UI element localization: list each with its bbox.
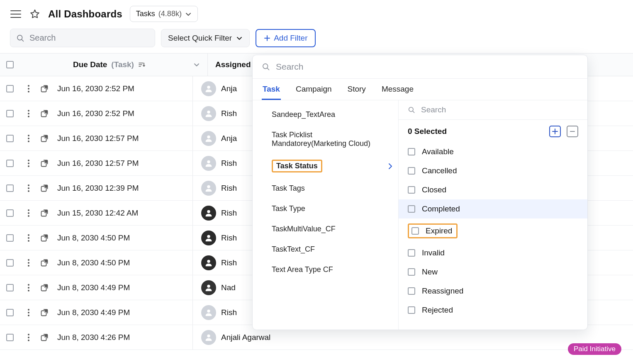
open-task-icon[interactable] bbox=[38, 109, 51, 118]
row-checkbox[interactable] bbox=[6, 110, 14, 117]
svg-point-33 bbox=[28, 240, 29, 242]
filter-option[interactable]: Completed bbox=[399, 199, 587, 218]
row-menu-button[interactable] bbox=[22, 259, 35, 267]
svg-point-53 bbox=[28, 340, 29, 341]
open-task-icon[interactable] bbox=[38, 134, 51, 143]
filter-field-item[interactable]: Task Tags bbox=[253, 178, 398, 199]
open-task-icon[interactable] bbox=[38, 234, 51, 242]
quick-filter-select[interactable]: Select Quick Filter bbox=[161, 29, 250, 47]
row-checkbox-cell bbox=[0, 110, 20, 117]
option-checkbox[interactable] bbox=[408, 249, 415, 257]
open-task-icon[interactable] bbox=[38, 284, 51, 292]
row-checkbox[interactable] bbox=[6, 184, 14, 192]
assigned-to-cell: Anja bbox=[193, 131, 237, 146]
add-filter-button[interactable]: Add Filter bbox=[256, 29, 316, 47]
hamburger-menu-icon[interactable] bbox=[10, 8, 22, 20]
deselect-all-button[interactable] bbox=[567, 126, 578, 137]
row-checkbox[interactable] bbox=[6, 209, 14, 217]
filter-field-item[interactable]: Text Area Type CF bbox=[253, 260, 398, 280]
svg-point-52 bbox=[28, 337, 29, 338]
filter-option[interactable]: Expired bbox=[399, 218, 587, 243]
svg-point-17 bbox=[28, 163, 29, 164]
open-task-icon[interactable] bbox=[38, 209, 51, 217]
option-checkbox[interactable] bbox=[408, 287, 415, 295]
filter-field-item[interactable]: Sandeep_TextArea bbox=[253, 104, 398, 125]
favorite-star-icon[interactable] bbox=[29, 8, 41, 20]
row-menu-button[interactable] bbox=[22, 184, 35, 192]
assignee-name: Anja bbox=[221, 84, 237, 93]
open-task-icon[interactable] bbox=[38, 308, 51, 317]
row-checkbox[interactable] bbox=[6, 234, 14, 242]
filter-tab-campaign[interactable]: Campaign bbox=[295, 79, 333, 100]
filter-tab-task[interactable]: Task bbox=[262, 79, 281, 100]
open-task-icon[interactable] bbox=[38, 159, 51, 167]
row-menu-button[interactable] bbox=[22, 159, 35, 167]
filter-option[interactable]: Cancelled bbox=[399, 161, 587, 180]
row-menu-button[interactable] bbox=[22, 134, 35, 143]
open-task-icon[interactable] bbox=[38, 333, 51, 342]
row-checkbox[interactable] bbox=[6, 334, 14, 341]
row-menu-button[interactable] bbox=[22, 85, 35, 93]
option-checkbox[interactable] bbox=[408, 268, 415, 276]
svg-point-30 bbox=[207, 210, 210, 213]
open-task-icon[interactable] bbox=[38, 184, 51, 192]
avatar bbox=[201, 330, 216, 345]
filter-field-item[interactable]: Task Type bbox=[253, 199, 398, 219]
select-all-checkbox[interactable] bbox=[6, 61, 14, 68]
filter-field-label: TaskText_CF bbox=[272, 245, 315, 253]
assignee-name: Rish bbox=[221, 233, 237, 243]
avatar bbox=[201, 206, 216, 221]
filter-option[interactable]: Available bbox=[399, 142, 587, 161]
column-menu-chevron-icon[interactable] bbox=[193, 61, 200, 68]
filter-field-item[interactable]: Task Picklist Mandatorey(Marketing Cloud… bbox=[253, 125, 398, 154]
assigned-to-cell: Anja bbox=[193, 81, 237, 96]
row-menu-button[interactable] bbox=[22, 209, 35, 217]
quick-filter-label: Select Quick Filter bbox=[168, 34, 232, 43]
option-checkbox[interactable] bbox=[408, 148, 415, 155]
svg-point-51 bbox=[28, 334, 29, 335]
filter-option[interactable]: New bbox=[399, 262, 587, 281]
svg-point-28 bbox=[28, 215, 29, 217]
row-menu-button[interactable] bbox=[22, 308, 35, 317]
option-checkbox[interactable] bbox=[408, 167, 415, 175]
row-checkbox[interactable] bbox=[6, 309, 14, 316]
filter-panel-search[interactable]: Search bbox=[253, 55, 587, 79]
filter-values-search[interactable]: Search bbox=[399, 100, 587, 120]
filter-option[interactable]: Reassigned bbox=[399, 281, 587, 301]
column-header-due-date[interactable]: Due Date (Task) bbox=[20, 60, 207, 69]
filter-tab-story[interactable]: Story bbox=[347, 79, 367, 100]
filter-field-label: Text Area Type CF bbox=[272, 265, 333, 274]
sort-icon[interactable] bbox=[138, 61, 146, 68]
row-menu-button[interactable] bbox=[22, 333, 35, 342]
filter-field-item[interactable]: TaskMultiValue_CF bbox=[253, 219, 398, 239]
option-checkbox[interactable] bbox=[411, 227, 419, 235]
row-checkbox[interactable] bbox=[6, 85, 14, 92]
select-all-button[interactable] bbox=[549, 126, 561, 137]
filter-tab-message[interactable]: Message bbox=[381, 79, 414, 100]
row-checkbox[interactable] bbox=[6, 135, 14, 142]
paid-initiative-tag[interactable]: Paid Initiative bbox=[568, 343, 621, 355]
open-task-icon[interactable] bbox=[38, 259, 51, 267]
filter-field-item[interactable]: TaskText_CF bbox=[253, 239, 398, 260]
filter-field-list: Sandeep_TextAreaTask Picklist Mandatorey… bbox=[253, 100, 399, 330]
row-menu-button[interactable] bbox=[22, 234, 35, 242]
option-label: Completed bbox=[422, 204, 460, 214]
filter-option[interactable]: Invalid bbox=[399, 243, 587, 262]
filter-option[interactable]: Closed bbox=[399, 180, 587, 199]
option-checkbox[interactable] bbox=[408, 186, 415, 194]
option-checkbox[interactable] bbox=[408, 306, 415, 314]
search-input[interactable]: Search bbox=[10, 29, 155, 47]
row-checkbox[interactable] bbox=[6, 284, 14, 291]
filter-field-item[interactable]: Task Status bbox=[253, 154, 398, 178]
entity-selector-label: Tasks bbox=[136, 10, 155, 18]
open-task-icon[interactable] bbox=[38, 85, 51, 93]
svg-point-23 bbox=[28, 190, 29, 192]
entity-selector[interactable]: Tasks (4.88k) bbox=[130, 6, 198, 22]
row-checkbox[interactable] bbox=[6, 160, 14, 167]
option-checkbox[interactable] bbox=[408, 205, 415, 213]
filter-option[interactable]: Rejected bbox=[399, 301, 587, 320]
row-menu-button[interactable] bbox=[22, 284, 35, 292]
row-checkbox[interactable] bbox=[6, 259, 14, 267]
avatar bbox=[201, 156, 216, 171]
row-menu-button[interactable] bbox=[22, 109, 35, 118]
